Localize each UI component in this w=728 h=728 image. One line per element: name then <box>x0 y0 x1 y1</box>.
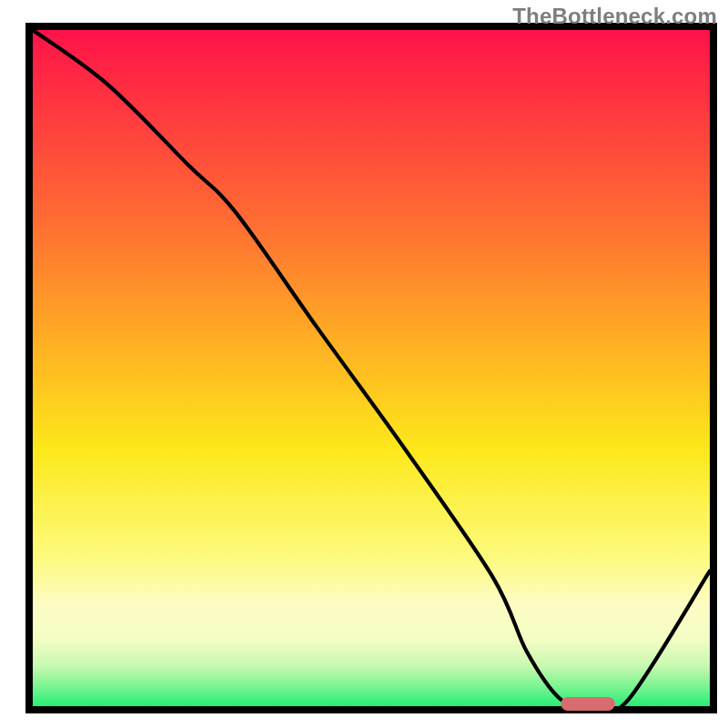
gradient-background <box>33 30 710 706</box>
attribution-text: TheBottleneck.com <box>512 4 717 29</box>
chart-canvas: TheBottleneck.com <box>0 0 728 728</box>
optimal-range-marker <box>561 697 615 711</box>
plot-area <box>29 26 713 712</box>
chart-svg <box>0 0 728 728</box>
